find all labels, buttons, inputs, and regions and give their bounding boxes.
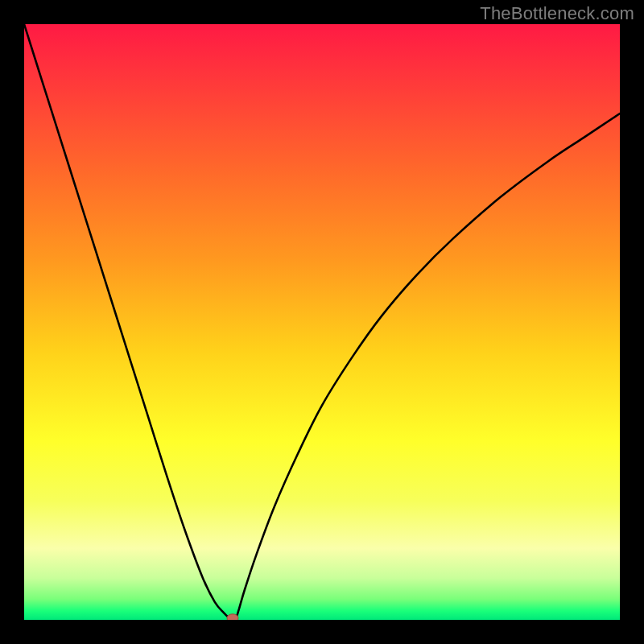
chart-frame: TheBottleneck.com <box>0 0 644 644</box>
chart-plot <box>24 24 620 620</box>
chart-background <box>24 24 620 620</box>
watermark-text: TheBottleneck.com <box>480 3 634 24</box>
minimum-marker <box>227 614 238 620</box>
